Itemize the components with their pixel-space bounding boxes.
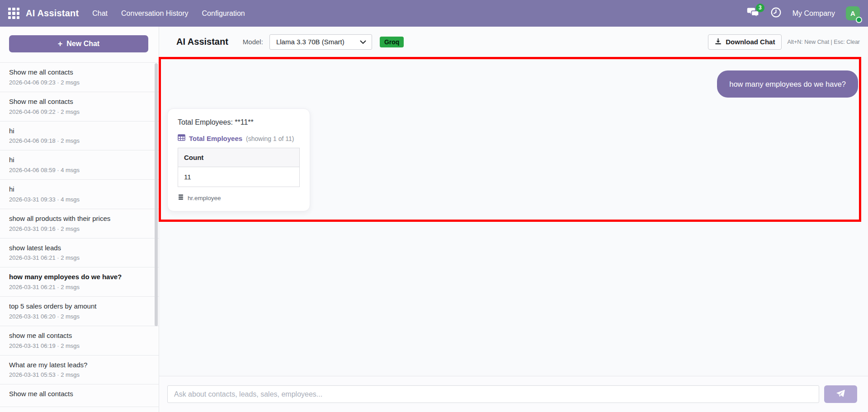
- conversation-meta: 2026-03-31 06:19 · 2 msgs: [9, 342, 150, 349]
- paper-plane-icon: [836, 389, 845, 400]
- keyboard-shortcut-hint: Alt+N: New Chat | Esc: Clear: [787, 39, 860, 45]
- company-switcher[interactable]: My Company: [793, 9, 835, 18]
- message-count-badge: 3: [756, 4, 764, 12]
- plus-icon: +: [58, 40, 63, 48]
- conversation-item[interactable]: What are my latest leads? 2026-03-31 05:…: [0, 356, 159, 385]
- download-chat-label: Download Chat: [726, 38, 775, 46]
- source-model-row: hr.employee: [178, 194, 300, 202]
- conversation-list: Show me all contacts 2026-04-06 09:23 · …: [0, 62, 159, 412]
- conversation-title: hi: [9, 127, 150, 136]
- conversation-meta: 2026-04-06 09:23 · 2 msgs: [9, 79, 150, 86]
- activities-button[interactable]: [770, 7, 782, 20]
- messages-button[interactable]: 3: [747, 7, 760, 20]
- user-message-bubble: how many employees do we have?: [717, 70, 858, 98]
- result-table-column-header: Count: [178, 148, 300, 167]
- composer-bar: [159, 376, 868, 412]
- conversation-item[interactable]: hi 2026-04-06 08:59 · 4 msgs: [0, 150, 159, 180]
- assistant-message-text: Total Employees: **11**: [178, 118, 300, 126]
- send-button[interactable]: [824, 385, 857, 403]
- topbar-right: 3 My Company A: [747, 6, 860, 20]
- online-status-dot: [856, 17, 862, 23]
- avatar-initial: A: [850, 9, 855, 17]
- chat-header: AI Assistant Model: Llama 3.3 70B (Smart…: [159, 27, 868, 57]
- conversation-title: how many employees do we have?: [9, 273, 150, 281]
- result-table-header: Total Employees (showing 1 of 11): [178, 134, 300, 143]
- result-table-note: (showing 1 of 11): [246, 135, 294, 142]
- conversation-meta: 2026-03-31 06:21 · 2 msgs: [9, 254, 150, 261]
- conversation-item[interactable]: how many employees do we have? 2026-03-3…: [0, 267, 159, 297]
- chat-message-area: [159, 57, 868, 376]
- top-menu: Chat Conversation History Configuration: [92, 9, 245, 18]
- user-avatar[interactable]: A: [846, 6, 860, 20]
- download-chat-button[interactable]: Download Chat: [708, 34, 782, 50]
- conversation-title: top 5 sales orders by amount: [9, 302, 150, 311]
- clock-icon: [770, 7, 782, 20]
- table-grid-icon: [178, 134, 185, 143]
- database-icon: [178, 194, 184, 202]
- conversation-meta: 2026-03-31 09:16 · 2 msgs: [9, 225, 150, 232]
- assistant-message-card: Total Employees: **11** Total Employees …: [167, 108, 310, 211]
- conversation-title: Show me all contacts: [9, 68, 150, 77]
- conversation-item[interactable]: hi 2026-04-06 09:18 · 2 msgs: [0, 122, 159, 151]
- page-title: AI Assistant: [176, 37, 228, 47]
- new-chat-label: New Chat: [66, 40, 99, 48]
- conversation-title: show latest leads: [9, 244, 150, 253]
- conversation-title: hi: [9, 185, 150, 194]
- conversation-meta: 2026-04-06 09:22 · 2 msgs: [9, 108, 150, 115]
- apps-grid-icon[interactable]: [8, 8, 19, 19]
- result-table-title: Total Employees: [189, 135, 242, 142]
- chat-header-right: Download Chat Alt+N: New Chat | Esc: Cle…: [708, 34, 860, 50]
- conversation-item[interactable]: Show me all contacts 2026-04-06 09:22 · …: [0, 92, 159, 122]
- model-label: Model:: [243, 38, 263, 46]
- conversation-title: show me all contacts: [9, 332, 150, 340]
- conversation-title: hi: [9, 156, 150, 164]
- conversation-item[interactable]: show latest leads 2026-03-31 06:21 · 2 m…: [0, 239, 159, 268]
- model-select[interactable]: Llama 3.3 70B (Smart): [269, 34, 372, 50]
- table-row: 11: [178, 167, 300, 187]
- conversation-item[interactable]: show me all contacts 2026-03-31 06:19 · …: [0, 326, 159, 356]
- provider-badge: Groq: [380, 37, 404, 47]
- menu-item-conversation-history[interactable]: Conversation History: [121, 9, 189, 18]
- conversation-item[interactable]: Show me all contacts: [0, 384, 159, 407]
- model-select-value: Llama 3.3 70B (Smart): [276, 38, 344, 46]
- top-navbar: AI Assistant Chat Conversation History C…: [0, 0, 868, 27]
- conversation-item[interactable]: Show me all contacts 2026-04-06 09:23 · …: [0, 63, 159, 92]
- conversation-title: Show me all contacts: [9, 98, 150, 106]
- conversation-item[interactable]: hi 2026-03-31 09:33 · 4 msgs: [0, 180, 159, 209]
- conversation-meta: 2026-04-06 08:59 · 4 msgs: [9, 167, 150, 173]
- conversation-meta: 2026-03-31 09:33 · 4 msgs: [9, 196, 150, 203]
- conversation-sidebar: + New Chat Show me all contacts 2026-04-…: [0, 27, 159, 412]
- menu-item-chat[interactable]: Chat: [92, 9, 108, 18]
- conversation-title: Show me all contacts: [9, 390, 150, 398]
- menu-item-configuration[interactable]: Configuration: [202, 9, 245, 18]
- new-chat-button[interactable]: + New Chat: [9, 35, 148, 52]
- conversation-title: What are my latest leads?: [9, 361, 150, 370]
- message-input[interactable]: [167, 385, 819, 403]
- app-title[interactable]: AI Assistant: [26, 8, 79, 19]
- download-icon: [715, 38, 722, 46]
- conversation-meta: 2026-03-31 06:20 · 2 msgs: [9, 313, 150, 320]
- chevron-down-icon: [360, 38, 366, 46]
- sidebar-scrollbar[interactable]: [155, 63, 158, 326]
- conversation-meta: 2026-04-06 09:18 · 2 msgs: [9, 137, 150, 144]
- conversation-meta: 2026-03-31 06:21 · 2 msgs: [9, 284, 150, 290]
- result-table-cell: 11: [178, 167, 300, 187]
- conversation-item[interactable]: show all products with their prices 2026…: [0, 209, 159, 239]
- result-table: Count 11: [178, 148, 300, 187]
- source-model-name: hr.employee: [188, 195, 221, 201]
- conversation-item[interactable]: top 5 sales orders by amount 2026-03-31 …: [0, 297, 159, 326]
- conversation-title: show all products with their prices: [9, 215, 150, 223]
- conversation-meta: 2026-03-31 05:53 · 2 msgs: [9, 371, 150, 378]
